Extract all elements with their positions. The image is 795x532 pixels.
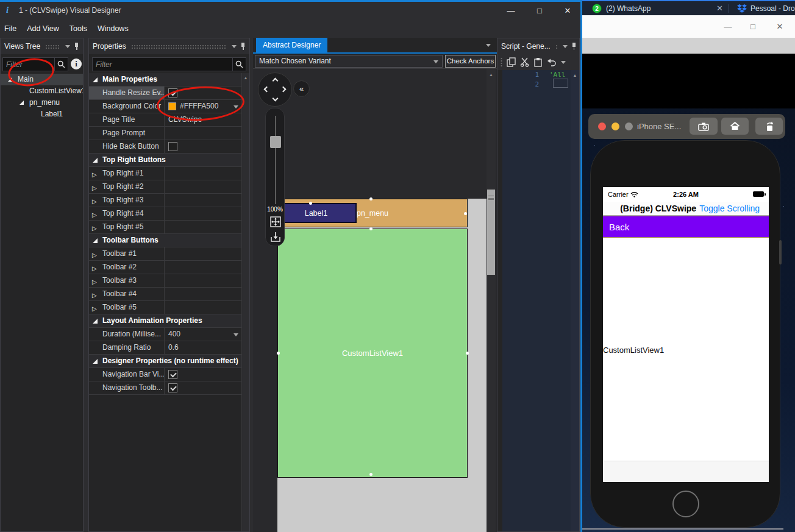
pan-control[interactable] bbox=[258, 73, 292, 107]
close-button[interactable]: ✕ bbox=[557, 4, 578, 18]
property-row-toolbar-5[interactable]: ▷Toolbar #5 bbox=[89, 301, 243, 314]
property-row-duration-millise[interactable]: Duration (Millise...400 bbox=[89, 328, 243, 341]
property-row-navigation-toolb[interactable]: Navigation Toolb... bbox=[89, 381, 243, 395]
expander-icon[interactable] bbox=[20, 101, 24, 105]
property-value[interactable] bbox=[164, 247, 243, 260]
property-value[interactable] bbox=[164, 180, 243, 193]
property-value[interactable] bbox=[164, 288, 243, 300]
cut-button[interactable] bbox=[520, 57, 529, 67]
search-button[interactable] bbox=[232, 58, 246, 71]
property-row-page-prompt[interactable]: Page Prompt bbox=[89, 127, 243, 140]
search-button[interactable] bbox=[54, 58, 68, 71]
selection-handle[interactable] bbox=[466, 352, 469, 355]
property-value[interactable] bbox=[164, 274, 243, 287]
property-row-top-right-4[interactable]: ▷Top Right #4 bbox=[89, 207, 243, 221]
tab-dropbox[interactable]: Pessoal - Dro bbox=[750, 4, 795, 13]
menu-add-view[interactable]: Add View bbox=[27, 24, 59, 33]
property-value[interactable] bbox=[164, 140, 243, 153]
property-value[interactable] bbox=[164, 194, 243, 207]
designer-canvas[interactable]: pn_menu CustomListView1 Label1 « bbox=[253, 69, 497, 532]
script-editor[interactable]: 1'All2 bbox=[502, 70, 571, 531]
pan-up-icon[interactable] bbox=[273, 78, 279, 84]
minimize-button[interactable]: — bbox=[501, 4, 521, 18]
pan-left-icon[interactable] bbox=[264, 87, 270, 93]
menu-windows[interactable]: Windows bbox=[98, 24, 129, 33]
menu-tools[interactable]: Tools bbox=[70, 24, 87, 33]
mac-minimize-button[interactable] bbox=[611, 122, 619, 130]
property-value[interactable]: 0.6 bbox=[164, 341, 243, 354]
canvas-scrollbar-thumb[interactable] bbox=[487, 190, 495, 275]
mac-close-button[interactable] bbox=[598, 122, 606, 130]
menu-file[interactable]: File bbox=[4, 24, 16, 33]
maximize-button[interactable]: □ bbox=[529, 4, 550, 18]
property-value[interactable] bbox=[164, 301, 243, 314]
paste-button[interactable] bbox=[533, 57, 543, 67]
undo-button[interactable] bbox=[547, 57, 557, 67]
property-row-top-right-5[interactable]: ▷Top Right #5 bbox=[89, 221, 243, 234]
tab-abstract-designer[interactable]: Abstract Designer bbox=[256, 38, 327, 52]
anchor-tool-button[interactable] bbox=[270, 216, 281, 227]
chevron-down-icon[interactable] bbox=[234, 333, 238, 336]
property-row-toolbar-2[interactable]: ▷Toolbar #2 bbox=[89, 261, 243, 274]
check-anchors-button[interactable]: Check Anchors bbox=[445, 55, 496, 68]
property-row-damping-ratio[interactable]: Damping Ratio0.6 bbox=[89, 341, 243, 355]
toolbar-overflow-icon[interactable] bbox=[561, 61, 566, 64]
property-row-toolbar-3[interactable]: ▷Toolbar #3 bbox=[89, 274, 243, 288]
toggle-scrolling-button[interactable]: Toggle Scrolling bbox=[699, 204, 760, 213]
selection-handle[interactable] bbox=[369, 197, 373, 200]
property-value[interactable] bbox=[164, 127, 243, 140]
zoom-slider-track[interactable] bbox=[275, 116, 276, 204]
label1-view[interactable]: Label1 bbox=[276, 203, 357, 223]
property-row-navigation-bar-vi[interactable]: Navigation Bar Vi... bbox=[89, 368, 243, 381]
property-category-top-right-buttons[interactable]: Top Right Buttons bbox=[89, 154, 243, 167]
panel-menu-icon[interactable] bbox=[232, 45, 237, 48]
selection-handle[interactable] bbox=[369, 227, 373, 230]
back-button[interactable]: Back bbox=[609, 222, 629, 232]
pin-icon[interactable] bbox=[74, 43, 79, 50]
rotate-button[interactable] bbox=[755, 118, 783, 135]
properties-filter-input[interactable] bbox=[93, 58, 232, 71]
home-button-circle[interactable] bbox=[672, 491, 699, 517]
pan-right-icon[interactable] bbox=[280, 87, 287, 93]
checkbox[interactable] bbox=[168, 142, 177, 151]
screenshot-button[interactable] bbox=[690, 118, 718, 135]
property-row-toolbar-4[interactable]: ▷Toolbar #4 bbox=[89, 288, 243, 301]
panel-menu-icon[interactable] bbox=[563, 45, 568, 48]
checkbox[interactable] bbox=[168, 370, 177, 379]
customlistview-panel[interactable]: CustomListView1 bbox=[277, 229, 468, 478]
info-icon[interactable]: i bbox=[71, 59, 82, 69]
maximize-button[interactable]: □ bbox=[743, 20, 763, 34]
pan-down-icon[interactable] bbox=[273, 96, 279, 102]
selection-handle[interactable] bbox=[464, 212, 467, 215]
selection-handle[interactable] bbox=[277, 352, 280, 355]
property-row-toolbar-1[interactable]: ▷Toolbar #1 bbox=[89, 247, 243, 261]
property-category-main-properties[interactable]: Main Properties bbox=[89, 73, 243, 87]
property-value[interactable] bbox=[164, 368, 243, 381]
pin-icon[interactable] bbox=[240, 43, 246, 50]
mac-zoom-button[interactable] bbox=[625, 122, 633, 130]
property-value[interactable] bbox=[164, 381, 243, 394]
script-scrollbar[interactable]: ▲ bbox=[571, 70, 579, 531]
panel-menu-icon[interactable] bbox=[65, 45, 70, 48]
property-row-top-right-2[interactable]: ▷Top Right #2 bbox=[89, 180, 243, 194]
property-value[interactable] bbox=[164, 167, 243, 180]
selection-handle[interactable] bbox=[369, 473, 373, 476]
pin-icon[interactable] bbox=[571, 43, 576, 50]
zoom-slider-thumb[interactable] bbox=[270, 136, 281, 148]
property-value[interactable] bbox=[164, 207, 243, 220]
tree-item-customlistview1[interactable]: CustomListView1 bbox=[1, 85, 83, 97]
property-row-hide-back-button[interactable]: Hide Back Button bbox=[89, 140, 243, 154]
property-value[interactable] bbox=[164, 221, 243, 233]
checkbox[interactable] bbox=[168, 383, 177, 392]
selection-handle[interactable] bbox=[309, 202, 312, 205]
property-row-top-right-1[interactable]: ▷Top Right #1 bbox=[89, 167, 243, 180]
close-button[interactable]: ✕ bbox=[769, 20, 790, 34]
tree-item-pn_menu[interactable]: pn_menu bbox=[1, 97, 83, 108]
tab-close-icon[interactable]: ✕ bbox=[716, 4, 723, 13]
property-row-top-right-3[interactable]: ▷Top Right #3 bbox=[89, 194, 243, 207]
collapse-tools-button[interactable]: « bbox=[293, 80, 310, 97]
property-category-toolbar-buttons[interactable]: Toolbar Buttons bbox=[89, 234, 243, 247]
canvas-scrollbar[interactable]: ▲ bbox=[487, 69, 496, 532]
property-category-layout-animation-properties[interactable]: Layout Animation Properties bbox=[89, 314, 243, 328]
tab-whatsapp[interactable]: (2) WhatsApp bbox=[606, 4, 651, 13]
